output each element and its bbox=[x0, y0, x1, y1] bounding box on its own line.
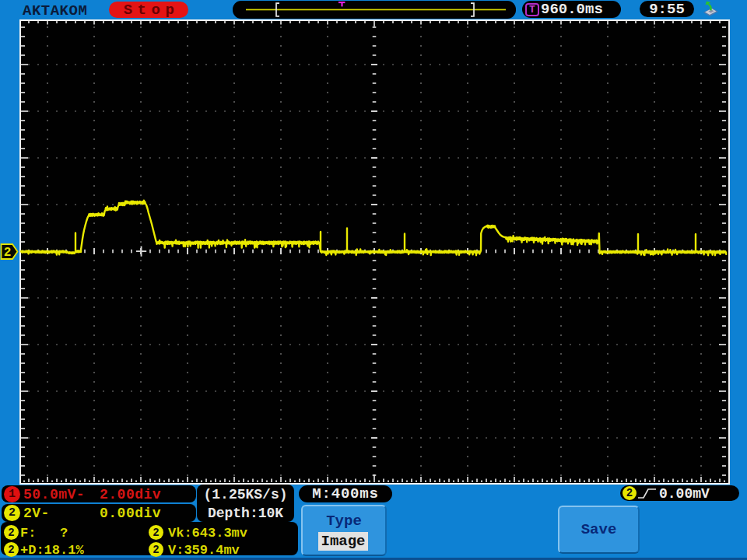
svg-text:2: 2 bbox=[4, 246, 12, 260]
